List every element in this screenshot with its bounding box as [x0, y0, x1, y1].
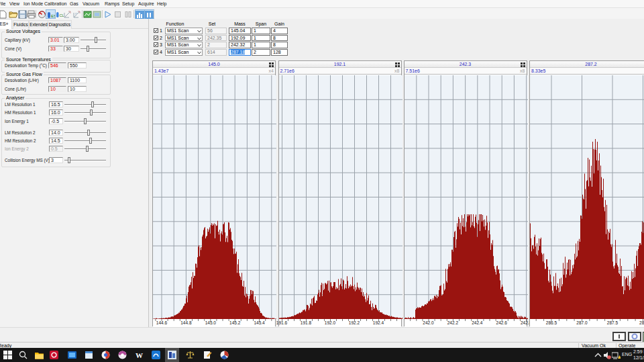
svg-text:W: W	[136, 351, 143, 359]
